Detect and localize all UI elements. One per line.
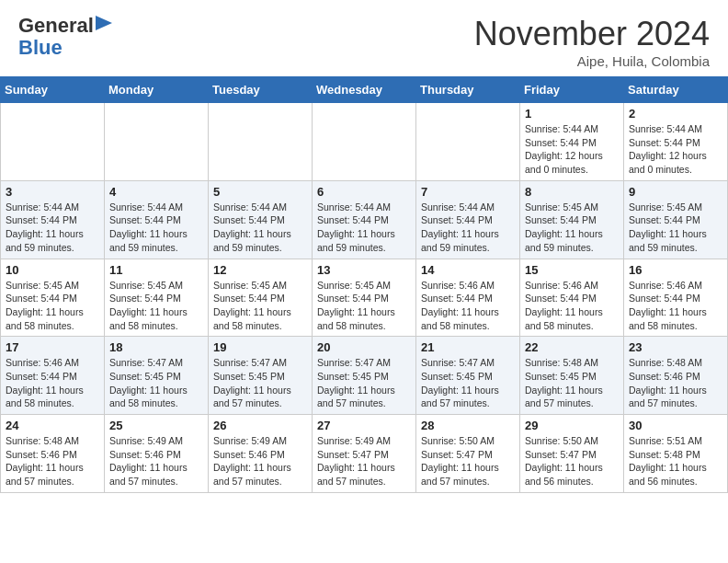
day-number: 22 [525, 340, 619, 354]
day-info: Sunrise: 5:49 AM Sunset: 5:47 PM Dayligh… [317, 434, 411, 488]
calendar-cell: 27Sunrise: 5:49 AM Sunset: 5:47 PM Dayli… [313, 415, 416, 493]
day-number: 2 [629, 107, 722, 121]
calendar-cell [209, 103, 313, 181]
day-info: Sunrise: 5:45 AM Sunset: 5:44 PM Dayligh… [629, 201, 722, 255]
day-info: Sunrise: 5:44 AM Sunset: 5:44 PM Dayligh… [421, 201, 515, 255]
day-number: 27 [317, 419, 411, 432]
day-info: Sunrise: 5:46 AM Sunset: 5:44 PM Dayligh… [629, 279, 722, 333]
day-info: Sunrise: 5:45 AM Sunset: 5:44 PM Dayligh… [109, 279, 203, 333]
calendar-cell: 3Sunrise: 5:44 AM Sunset: 5:44 PM Daylig… [1, 180, 105, 259]
calendar-table: SundayMondayTuesdayWednesdayThursdayFrid… [0, 76, 728, 493]
calendar-cell: 5Sunrise: 5:44 AM Sunset: 5:44 PM Daylig… [209, 180, 313, 259]
day-number: 8 [525, 185, 619, 199]
calendar-cell [416, 103, 520, 181]
day-number: 17 [6, 340, 99, 354]
day-number: 4 [109, 185, 203, 199]
day-number: 3 [6, 185, 99, 199]
day-info: Sunrise: 5:48 AM Sunset: 5:45 PM Dayligh… [525, 356, 619, 410]
calendar-cell [1, 103, 105, 181]
calendar-week-row: 3Sunrise: 5:44 AM Sunset: 5:44 PM Daylig… [1, 180, 728, 259]
day-number: 28 [421, 419, 515, 432]
day-number: 11 [109, 263, 203, 277]
calendar-week-row: 24Sunrise: 5:48 AM Sunset: 5:46 PM Dayli… [1, 415, 728, 493]
logo-blue: Blue [18, 36, 63, 59]
day-info: Sunrise: 5:46 AM Sunset: 5:44 PM Dayligh… [525, 279, 619, 333]
calendar-cell: 28Sunrise: 5:50 AM Sunset: 5:47 PM Dayli… [416, 415, 520, 493]
day-info: Sunrise: 5:49 AM Sunset: 5:46 PM Dayligh… [109, 434, 203, 488]
day-number: 20 [317, 340, 411, 354]
day-info: Sunrise: 5:47 AM Sunset: 5:45 PM Dayligh… [317, 356, 411, 410]
day-header-sunday: Sunday [1, 77, 105, 103]
calendar-cell: 18Sunrise: 5:47 AM Sunset: 5:45 PM Dayli… [105, 337, 209, 415]
day-number: 23 [629, 340, 722, 354]
day-info: Sunrise: 5:50 AM Sunset: 5:47 PM Dayligh… [421, 434, 515, 488]
calendar-cell: 26Sunrise: 5:49 AM Sunset: 5:46 PM Dayli… [209, 415, 313, 493]
calendar-cell: 14Sunrise: 5:46 AM Sunset: 5:44 PM Dayli… [416, 259, 520, 337]
logo-icon [96, 16, 112, 36]
calendar-cell: 15Sunrise: 5:46 AM Sunset: 5:44 PM Dayli… [520, 259, 624, 337]
day-number: 15 [525, 263, 619, 277]
day-number: 26 [213, 419, 307, 432]
calendar-cell: 17Sunrise: 5:46 AM Sunset: 5:44 PM Dayli… [1, 337, 105, 415]
calendar-cell: 6Sunrise: 5:44 AM Sunset: 5:44 PM Daylig… [313, 180, 416, 259]
calendar-header-row: SundayMondayTuesdayWednesdayThursdayFrid… [1, 77, 728, 103]
calendar-cell [105, 103, 209, 181]
day-number: 12 [213, 263, 307, 277]
day-number: 30 [629, 419, 722, 432]
day-info: Sunrise: 5:44 AM Sunset: 5:44 PM Dayligh… [317, 201, 411, 255]
day-number: 13 [317, 263, 411, 277]
calendar-cell: 21Sunrise: 5:47 AM Sunset: 5:45 PM Dayli… [416, 337, 520, 415]
day-number: 14 [421, 263, 515, 277]
calendar-cell: 16Sunrise: 5:46 AM Sunset: 5:44 PM Dayli… [624, 259, 728, 337]
calendar-cell: 1Sunrise: 5:44 AM Sunset: 5:44 PM Daylig… [520, 103, 624, 181]
calendar-cell: 24Sunrise: 5:48 AM Sunset: 5:46 PM Dayli… [1, 415, 105, 493]
calendar-cell: 20Sunrise: 5:47 AM Sunset: 5:45 PM Dayli… [313, 337, 416, 415]
day-number: 24 [6, 419, 99, 432]
calendar-cell: 10Sunrise: 5:45 AM Sunset: 5:44 PM Dayli… [1, 259, 105, 337]
calendar-week-row: 10Sunrise: 5:45 AM Sunset: 5:44 PM Dayli… [1, 259, 728, 337]
day-number: 10 [6, 263, 99, 277]
day-info: Sunrise: 5:51 AM Sunset: 5:48 PM Dayligh… [629, 434, 722, 488]
day-info: Sunrise: 5:45 AM Sunset: 5:44 PM Dayligh… [525, 201, 619, 255]
day-info: Sunrise: 5:45 AM Sunset: 5:44 PM Dayligh… [317, 279, 411, 333]
calendar-week-row: 1Sunrise: 5:44 AM Sunset: 5:44 PM Daylig… [1, 103, 728, 181]
day-info: Sunrise: 5:50 AM Sunset: 5:47 PM Dayligh… [525, 434, 619, 488]
day-info: Sunrise: 5:47 AM Sunset: 5:45 PM Dayligh… [109, 356, 203, 410]
day-info: Sunrise: 5:44 AM Sunset: 5:44 PM Dayligh… [629, 122, 722, 177]
day-number: 6 [317, 185, 411, 199]
day-number: 7 [421, 185, 515, 199]
calendar-cell: 23Sunrise: 5:48 AM Sunset: 5:46 PM Dayli… [624, 337, 728, 415]
day-info: Sunrise: 5:44 AM Sunset: 5:44 PM Dayligh… [525, 122, 619, 177]
day-number: 18 [109, 340, 203, 354]
day-number: 16 [629, 263, 722, 277]
day-info: Sunrise: 5:49 AM Sunset: 5:46 PM Dayligh… [213, 434, 307, 488]
day-number: 21 [421, 340, 515, 354]
day-header-saturday: Saturday [624, 77, 728, 103]
location-subtitle: Aipe, Huila, Colombia [474, 53, 710, 69]
calendar-cell: 9Sunrise: 5:45 AM Sunset: 5:44 PM Daylig… [624, 180, 728, 259]
day-info: Sunrise: 5:45 AM Sunset: 5:44 PM Dayligh… [6, 279, 99, 333]
calendar-cell: 4Sunrise: 5:44 AM Sunset: 5:44 PM Daylig… [105, 180, 209, 259]
calendar-cell [313, 103, 416, 181]
day-number: 19 [213, 340, 307, 354]
day-info: Sunrise: 5:48 AM Sunset: 5:46 PM Dayligh… [6, 434, 99, 488]
day-header-wednesday: Wednesday [313, 77, 416, 103]
calendar-cell: 11Sunrise: 5:45 AM Sunset: 5:44 PM Dayli… [105, 259, 209, 337]
day-number: 9 [629, 185, 722, 199]
day-info: Sunrise: 5:47 AM Sunset: 5:45 PM Dayligh… [213, 356, 307, 410]
calendar-cell: 2Sunrise: 5:44 AM Sunset: 5:44 PM Daylig… [624, 103, 728, 181]
day-info: Sunrise: 5:47 AM Sunset: 5:45 PM Dayligh… [421, 356, 515, 410]
day-info: Sunrise: 5:45 AM Sunset: 5:44 PM Dayligh… [213, 279, 307, 333]
calendar-cell: 25Sunrise: 5:49 AM Sunset: 5:46 PM Dayli… [105, 415, 209, 493]
day-number: 29 [525, 419, 619, 432]
calendar-cell: 8Sunrise: 5:45 AM Sunset: 5:44 PM Daylig… [520, 180, 624, 259]
day-info: Sunrise: 5:46 AM Sunset: 5:44 PM Dayligh… [6, 356, 99, 410]
day-header-thursday: Thursday [416, 77, 520, 103]
calendar-cell: 7Sunrise: 5:44 AM Sunset: 5:44 PM Daylig… [416, 180, 520, 259]
calendar-cell: 19Sunrise: 5:47 AM Sunset: 5:45 PM Dayli… [209, 337, 313, 415]
calendar-cell: 29Sunrise: 5:50 AM Sunset: 5:47 PM Dayli… [520, 415, 624, 493]
day-info: Sunrise: 5:46 AM Sunset: 5:44 PM Dayligh… [421, 279, 515, 333]
month-title: November 2024 [474, 15, 710, 53]
day-info: Sunrise: 5:44 AM Sunset: 5:44 PM Dayligh… [6, 201, 99, 255]
svg-marker-0 [96, 16, 112, 30]
